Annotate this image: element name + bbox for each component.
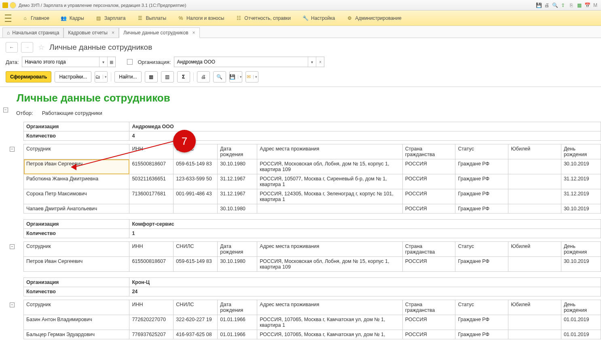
- menu-reports-label: Отчетность, справки: [244, 15, 291, 21]
- date-label: Дата:: [6, 59, 19, 65]
- table-row[interactable]: Базин Антон Владимирович 772620227070 32…: [24, 315, 601, 330]
- cell-status: Граждане РФ: [455, 204, 508, 214]
- tree-collapse-toggle[interactable]: −: [10, 147, 15, 152]
- menu-main-label: Главное: [31, 15, 49, 21]
- home-icon: ⌂: [22, 15, 28, 21]
- tree-collapse-toggle[interactable]: −: [10, 303, 15, 307]
- cell-snils: 059-615-149 83: [174, 257, 218, 272]
- org-header-label: Организация: [24, 122, 129, 131]
- email-button[interactable]: ✉▾: [245, 71, 258, 83]
- m-icon[interactable]: M: [592, 2, 599, 8]
- clear-icon[interactable]: ×: [316, 57, 324, 67]
- menu-admin[interactable]: ⚙Администрирование: [341, 11, 407, 26]
- save-icon: 💾: [229, 74, 235, 80]
- menu-settings[interactable]: 🔧Настройка: [296, 11, 341, 26]
- cell-jubilee: [508, 257, 561, 272]
- close-icon[interactable]: ×: [112, 30, 114, 36]
- cell-birthday: 01.01.2019: [561, 315, 601, 330]
- folder-icon: 🗂: [95, 74, 100, 80]
- count-value: 1: [129, 229, 601, 238]
- sum-button[interactable]: Σ: [177, 71, 190, 83]
- cell-status: Граждане РФ: [455, 159, 508, 174]
- menu-settings-label: Настройка: [311, 15, 335, 21]
- org-input[interactable]: [174, 57, 308, 67]
- menu-hr-label: Кадры: [70, 15, 84, 21]
- nav-back-button[interactable]: ←: [6, 42, 18, 53]
- table-row[interactable]: Работкина Жанна Дмитриевна 503211636651 …: [24, 174, 601, 189]
- preview-button[interactable]: 🔍: [213, 71, 226, 83]
- table-row[interactable]: Бальцер Герман Эдуардович 776937625207 4…: [24, 330, 601, 339]
- tab-personal-data[interactable]: Личные данные сотрудников ×: [119, 28, 200, 38]
- date-select[interactable]: ▾ ▦: [22, 57, 116, 67]
- favorite-star-icon[interactable]: ☆: [38, 43, 44, 52]
- generate-button[interactable]: Сформировать: [6, 71, 51, 83]
- cell-jubilee: [508, 159, 561, 174]
- cell-address: РОССИЯ, 124305, Москва г, Зеленоград г, …: [257, 189, 402, 204]
- export-icon[interactable]: ⇪: [560, 2, 566, 8]
- cell-citizenship: РОССИЯ: [402, 204, 455, 214]
- dropdown-icon[interactable]: ▾: [308, 57, 316, 67]
- expand-icon: ▦: [149, 74, 153, 80]
- org-select[interactable]: ▾ ×: [174, 57, 324, 67]
- settings-button[interactable]: Настройки...: [55, 71, 91, 83]
- menu-hr[interactable]: 👥Кадры: [55, 11, 90, 26]
- mail-icon: ✉: [247, 74, 251, 80]
- cell-citizenship: РОССИЯ: [402, 174, 455, 189]
- expand-groups-button[interactable]: ▦: [145, 71, 158, 83]
- menu-salary[interactable]: ▤Зарплата: [90, 11, 131, 26]
- close-icon[interactable]: ×: [193, 30, 195, 36]
- titlebar-toolbar: 💾 🖨 🔍 ⇪ ⎘ ▦ 📅 M: [535, 2, 599, 8]
- svg-marker-1: [71, 164, 76, 170]
- report-icon: ☷: [235, 15, 242, 21]
- search-doc-icon: 🔍: [216, 74, 222, 80]
- toolbar-separator: [193, 72, 194, 81]
- menu-main[interactable]: ⌂Главное: [16, 11, 55, 26]
- table-row[interactable]: Чапаев Дмитрий Анатольевич 30.10.1980 РО…: [24, 204, 601, 214]
- page-title: Личные данные сотрудников: [49, 43, 152, 52]
- annotation-number: 7: [182, 135, 187, 148]
- find-button-label: Найти...: [119, 74, 137, 80]
- variants-button[interactable]: 🗂▾: [95, 71, 108, 83]
- table-row[interactable]: Сорока Петр Максимович 713600177681 001-…: [24, 189, 601, 204]
- sum-icon: Σ: [182, 74, 185, 80]
- save-report-button[interactable]: 💾▾: [229, 71, 242, 83]
- cell-dob: 31.12.1967: [218, 189, 257, 204]
- dropdown-icon[interactable]: ▾: [99, 57, 107, 67]
- cell-inn: 713600177681: [129, 189, 174, 204]
- cell-status: Граждане РФ: [455, 315, 508, 330]
- menu-payouts[interactable]: ☰Выплаты: [131, 11, 172, 26]
- tab-start-page[interactable]: ⌂ Начальная страница: [2, 28, 63, 38]
- calendar-icon[interactable]: 📅: [584, 2, 590, 8]
- calc-icon[interactable]: ▦: [576, 2, 582, 8]
- generate-button-label: Сформировать: [10, 74, 47, 80]
- col-birthday: День рождения: [561, 144, 601, 159]
- col-address: Адрес места проживания: [257, 242, 402, 257]
- menu-burger-button[interactable]: [2, 11, 14, 26]
- date-input[interactable]: [22, 57, 99, 67]
- find-button[interactable]: Найти...: [114, 71, 141, 83]
- cell-birthday: 30.10.2019: [561, 159, 601, 174]
- collapse-groups-button[interactable]: ▥: [161, 71, 174, 83]
- cell-birthday: 31.12.2019: [561, 174, 601, 189]
- save-icon[interactable]: 💾: [535, 2, 542, 8]
- preview-icon[interactable]: 🔍: [552, 2, 558, 8]
- menu-taxes[interactable]: %Налоги и взносы: [172, 11, 230, 26]
- cell-snils: 322-620-227 19: [174, 315, 218, 330]
- menu-reports[interactable]: ☷Отчетность, справки: [230, 11, 296, 26]
- col-snils: СНИЛС: [174, 300, 218, 315]
- copy-icon[interactable]: ⎘: [568, 2, 574, 8]
- tree-collapse-toggle[interactable]: −: [3, 108, 8, 112]
- tree-collapse-toggle[interactable]: −: [10, 244, 15, 249]
- nav-forward-button[interactable]: →: [21, 42, 33, 53]
- cash-icon: ☰: [137, 15, 143, 21]
- cell-birthday: 01.01.2019: [561, 330, 601, 339]
- group-count-row: Количество 1: [24, 229, 601, 238]
- tab-hr-reports[interactable]: Кадровые отчеты ×: [63, 28, 119, 38]
- org-checkbox[interactable]: [127, 59, 133, 65]
- app-dropdown-icon[interactable]: [10, 2, 16, 8]
- table-row[interactable]: Петров Иван Сергеевич 615500818607 059-6…: [24, 257, 601, 272]
- print-button[interactable]: 🖨: [197, 71, 210, 83]
- datepicker-icon[interactable]: ▦: [107, 57, 115, 67]
- print-icon[interactable]: 🖨: [544, 2, 550, 8]
- cell-status: Граждане РФ: [455, 257, 508, 272]
